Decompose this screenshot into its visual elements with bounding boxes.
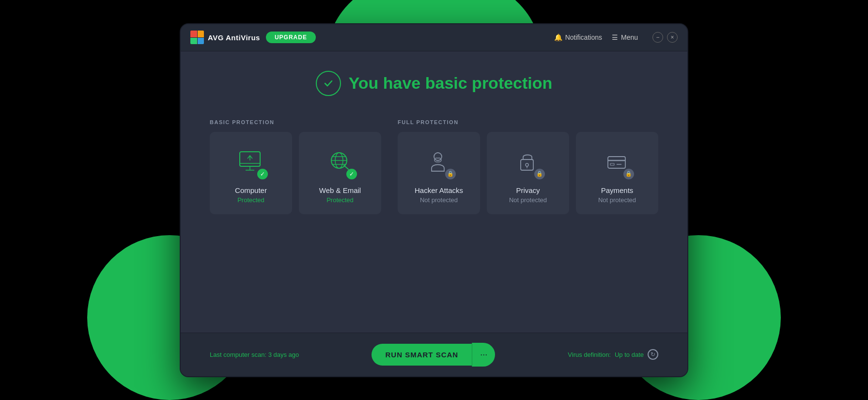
titlebar-left: AVG AntiVirus UPGRADE bbox=[190, 31, 316, 44]
virus-definition-info: Virus definition: Up to date ↻ bbox=[568, 349, 658, 360]
avg-name: AVG AntiVirus bbox=[208, 33, 260, 42]
upgrade-button[interactable]: UPGRADE bbox=[266, 32, 316, 43]
hamburger-icon: ☰ bbox=[612, 33, 618, 41]
close-button[interactable]: × bbox=[667, 32, 678, 43]
basic-section-label: BASIC PROTECTION bbox=[210, 119, 381, 125]
privacy-card-label: Privacy Not protected bbox=[509, 186, 547, 204]
svg-rect-11 bbox=[521, 160, 533, 170]
full-section-label: FULL PROTECTION bbox=[398, 119, 658, 125]
payments-card-status: Not protected bbox=[598, 196, 636, 204]
hacker-attacks-card[interactable]: 🔒 Hacker Attacks Not protected bbox=[398, 132, 480, 214]
ellipsis-icon: ··· bbox=[480, 350, 487, 360]
computer-protected-badge: ✓ bbox=[257, 169, 268, 179]
web-email-card-label: Web & Email Protected bbox=[319, 186, 361, 204]
titlebar: AVG AntiVirus UPGRADE 🔔 Notifications ☰ … bbox=[181, 24, 687, 51]
full-cards-group: 🔒 Hacker Attacks Not protected bbox=[398, 132, 658, 214]
computer-card-label: Computer Protected bbox=[235, 186, 267, 204]
avg-icon-orange bbox=[198, 31, 204, 37]
web-email-protected-badge: ✓ bbox=[346, 169, 357, 179]
web-email-card-status: Protected bbox=[319, 196, 361, 204]
avg-icon-blue bbox=[198, 38, 204, 45]
last-scan-info: Last computer scan: 3 days ago bbox=[210, 351, 299, 358]
web-email-card[interactable]: ✓ Web & Email Protected bbox=[299, 132, 381, 214]
basic-protection-section: BASIC PROTECTION bbox=[210, 119, 381, 214]
protection-status-icon bbox=[316, 71, 341, 96]
avg-icon-red bbox=[190, 31, 197, 37]
privacy-icon: 🔒 bbox=[511, 145, 545, 179]
computer-icon: ✓ bbox=[234, 145, 268, 179]
notifications-button[interactable]: 🔔 Notifications bbox=[554, 33, 602, 41]
hacker-attacks-card-label: Hacker Attacks Not protected bbox=[415, 186, 463, 204]
protection-row: BASIC PROTECTION bbox=[210, 119, 658, 214]
hacker-attacks-card-status: Not protected bbox=[415, 196, 463, 204]
minimize-button[interactable]: − bbox=[652, 32, 663, 43]
refresh-icon[interactable]: ↻ bbox=[648, 349, 658, 360]
footer-bar: Last computer scan: 3 days ago RUN SMART… bbox=[181, 333, 687, 376]
avg-icon-green bbox=[190, 38, 197, 45]
basic-cards-group: ✓ Computer Protected bbox=[210, 132, 381, 214]
computer-card-status: Protected bbox=[235, 196, 267, 204]
privacy-card[interactable]: 🔒 Privacy Not protected bbox=[487, 132, 569, 214]
window-controls: − × bbox=[652, 32, 678, 43]
hero-section: You have basic protection bbox=[210, 71, 658, 96]
hero-text: You have basic protection bbox=[349, 74, 553, 93]
privacy-card-status: Not protected bbox=[509, 196, 547, 204]
computer-card-name: Computer bbox=[235, 186, 267, 194]
privacy-lock-badge: 🔒 bbox=[534, 169, 545, 179]
hacker-attacks-card-name: Hacker Attacks bbox=[415, 186, 463, 194]
titlebar-right: 🔔 Notifications ☰ Menu − × bbox=[554, 32, 678, 43]
scan-button-group: RUN SMART SCAN ··· bbox=[372, 343, 495, 367]
section-separator bbox=[381, 119, 383, 133]
svg-rect-14 bbox=[608, 157, 625, 168]
scan-more-button[interactable]: ··· bbox=[472, 343, 495, 367]
computer-card[interactable]: ✓ Computer Protected bbox=[210, 132, 292, 214]
menu-button[interactable]: ☰ Menu bbox=[612, 33, 638, 41]
web-email-card-name: Web & Email bbox=[319, 186, 361, 194]
main-content: You have basic protection BASIC PROTECTI… bbox=[181, 51, 687, 333]
svg-rect-16 bbox=[610, 163, 614, 165]
svg-point-12 bbox=[526, 163, 528, 166]
hacker-attacks-lock-badge: 🔒 bbox=[445, 169, 456, 179]
bell-icon: 🔔 bbox=[554, 33, 562, 41]
hacker-attacks-icon: 🔒 bbox=[422, 145, 456, 179]
full-protection-section: FULL PROTECTION bbox=[398, 119, 658, 214]
run-smart-scan-button[interactable]: RUN SMART SCAN bbox=[372, 344, 472, 366]
payments-icon: 🔒 bbox=[600, 145, 634, 179]
avg-logo: AVG AntiVirus bbox=[190, 31, 260, 44]
payments-card-label: Payments Not protected bbox=[598, 186, 636, 204]
privacy-card-name: Privacy bbox=[509, 186, 547, 194]
web-email-icon: ✓ bbox=[323, 145, 357, 179]
avg-icon bbox=[190, 31, 204, 44]
app-window: AVG AntiVirus UPGRADE 🔔 Notifications ☰ … bbox=[180, 23, 688, 377]
payments-lock-badge: 🔒 bbox=[623, 169, 634, 179]
svg-point-9 bbox=[434, 153, 442, 160]
payments-card-name: Payments bbox=[598, 186, 636, 194]
payments-card[interactable]: 🔒 Payments Not protected bbox=[576, 132, 658, 214]
